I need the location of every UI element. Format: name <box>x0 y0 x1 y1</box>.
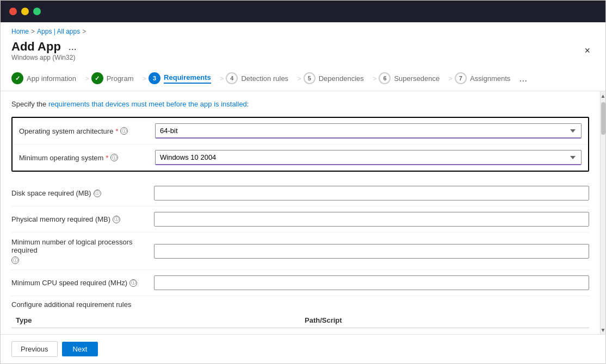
min-os-required: * <box>106 154 108 162</box>
step-label-4: Detection rules <box>241 74 288 83</box>
step-assignments[interactable]: 7 Assignments <box>455 70 517 86</box>
scroll-down-arrow[interactable]: ▼ <box>601 325 605 334</box>
disk-space-row: Disk space required (MB) ⓘ <box>11 180 589 206</box>
step-circle-3: 3 <box>149 72 160 84</box>
logical-processors-label: Minimum number of logical processors req… <box>11 238 154 264</box>
cpu-speed-input[interactable] <box>154 275 589 290</box>
close-button[interactable]: × <box>580 44 595 58</box>
next-button[interactable]: Next <box>62 342 98 356</box>
step-app-information[interactable]: ✓ App information <box>11 70 83 86</box>
page-title: Add App <box>11 40 61 54</box>
step-circle-2: ✓ <box>91 72 103 84</box>
step-label-7: Assignments <box>470 74 510 83</box>
breadcrumb-sep-1: > <box>31 28 35 35</box>
steps-more-button[interactable]: ... <box>517 73 529 84</box>
breadcrumb: Home > Apps | All apps > <box>1 22 605 37</box>
description-text: Specify the requirements that devices mu… <box>11 100 589 108</box>
min-os-label: Minimum operating system * ⓘ <box>19 154 155 162</box>
table-empty-row: No requirements are specified. <box>11 328 589 335</box>
rules-table: Type Path/Script No requirements are spe… <box>11 313 589 334</box>
min-os-select[interactable]: Windows 10 1607 Windows 10 1703 Windows … <box>155 150 582 165</box>
top-bar <box>1 1 605 22</box>
step-circle-1: ✓ <box>11 72 23 84</box>
os-architecture-select[interactable]: 32-bit64-bit32-bit and 64-bit <box>155 123 582 139</box>
ellipsis-button[interactable]: ... <box>65 40 80 54</box>
scroll-thumb[interactable] <box>601 102 605 135</box>
step-requirements[interactable]: 3 Requirements <box>149 70 218 86</box>
os-architecture-label: Operating system architecture * ⓘ <box>19 127 155 135</box>
disk-space-label: Disk space required (MB) ⓘ <box>11 189 154 197</box>
scrollbar[interactable]: ▲ ▼ <box>600 91 605 334</box>
breadcrumb-apps[interactable]: Apps | All apps <box>37 28 80 35</box>
no-data-message: No requirements are specified. <box>11 328 589 335</box>
step-dependencies[interactable]: 5 Dependencies <box>304 70 370 86</box>
page-header: Add App ... Windows app (Win32) × <box>1 37 605 66</box>
logical-processors-input[interactable] <box>154 244 589 259</box>
physical-memory-input[interactable] <box>154 212 589 227</box>
physical-memory-label: Physical memory required (MB) ⓘ <box>11 215 154 223</box>
minimize-window-icon <box>21 8 29 15</box>
step-label-1: App information <box>27 74 76 83</box>
min-os-row: Minimum operating system * ⓘ Windows 10 … <box>13 145 588 171</box>
scroll-up-arrow[interactable]: ▲ <box>601 91 605 100</box>
step-detection-rules[interactable]: 4 Detection rules <box>226 70 295 86</box>
required-fields-section: Operating system architecture * ⓘ 32-bit… <box>11 117 589 172</box>
cpu-speed-row: Minimum CPU speed required (MHz) ⓘ <box>11 270 589 296</box>
additional-rules-title: Configure additional requirement rules <box>11 300 589 309</box>
disk-space-input[interactable] <box>154 186 589 200</box>
breadcrumb-home[interactable]: Home <box>11 28 29 35</box>
close-window-icon <box>9 8 17 15</box>
content-area: Specify the requirements that devices mu… <box>1 91 600 334</box>
os-architecture-info-icon[interactable]: ⓘ <box>120 127 128 135</box>
step-circle-7: 7 <box>455 72 467 84</box>
cpu-speed-info-icon[interactable]: ⓘ <box>129 279 137 287</box>
step-program[interactable]: ✓ Program <box>91 70 140 86</box>
cpu-speed-label: Minimum CPU speed required (MHz) ⓘ <box>11 279 154 287</box>
col-type-header: Type <box>11 313 300 328</box>
step-circle-5: 5 <box>304 72 316 84</box>
logical-processors-row: Minimum number of logical processors req… <box>11 233 589 270</box>
breadcrumb-sep-2: > <box>82 28 86 35</box>
step-label-3: Requirements <box>164 73 211 84</box>
physical-memory-info-icon[interactable]: ⓘ <box>113 216 120 223</box>
page-subtitle: Windows app (Win32) <box>11 54 80 61</box>
step-supersedence[interactable]: 6 Supersedence <box>379 70 446 86</box>
window-controls <box>9 8 41 15</box>
wizard-steps: ✓ App information > ✓ Program > 3 Requir… <box>1 66 605 91</box>
step-circle-4: 4 <box>226 72 238 84</box>
logical-processors-info-icon[interactable]: ⓘ <box>11 256 19 264</box>
physical-memory-row: Physical memory required (MB) ⓘ <box>11 206 589 233</box>
requirements-link[interactable]: requirements that devices must meet befo… <box>48 100 247 108</box>
col-path-header: Path/Script <box>300 313 589 328</box>
disk-space-info-icon[interactable]: ⓘ <box>94 190 101 197</box>
footer: Previous Next <box>1 334 605 363</box>
min-os-info-icon[interactable]: ⓘ <box>110 154 118 161</box>
os-architecture-required: * <box>115 127 118 135</box>
step-circle-6: 6 <box>379 72 391 84</box>
maximize-window-icon <box>33 8 41 15</box>
page-title-area: Add App ... Windows app (Win32) <box>11 40 80 61</box>
step-label-5: Dependencies <box>319 74 364 83</box>
step-label-2: Program <box>107 74 134 83</box>
previous-button[interactable]: Previous <box>11 341 58 357</box>
os-architecture-row: Operating system architecture * ⓘ 32-bit… <box>13 118 588 145</box>
step-label-6: Supersedence <box>394 74 440 83</box>
